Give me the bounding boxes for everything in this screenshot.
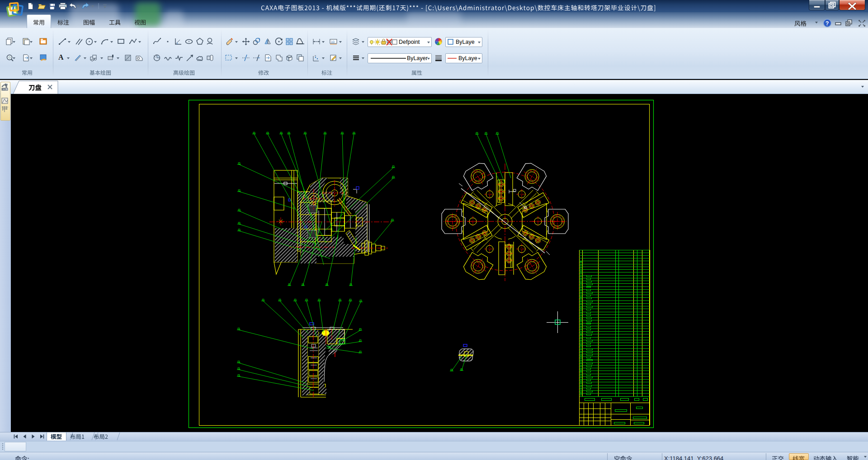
svg-text:x: x: [315, 54, 316, 57]
svg-text:A: A: [58, 53, 64, 61]
svg-text:10: 10: [331, 40, 335, 43]
svg-text:?: ?: [826, 20, 829, 27]
